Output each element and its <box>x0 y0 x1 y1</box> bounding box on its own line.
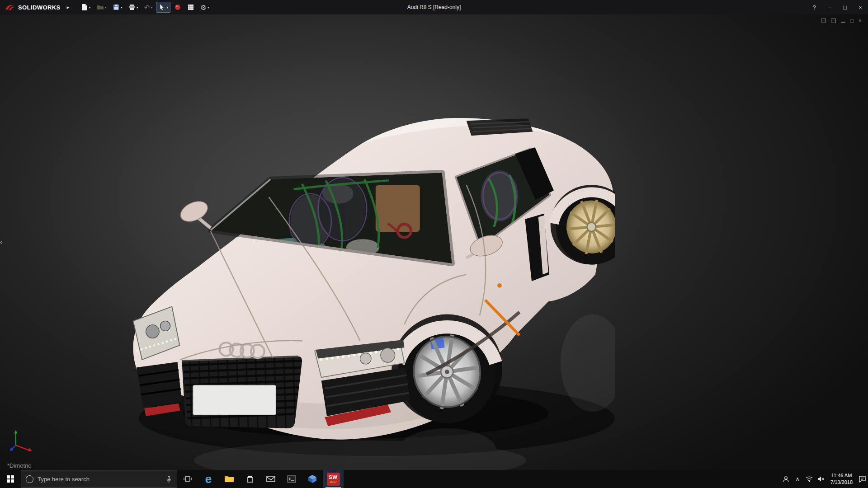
front-grille[interactable] <box>182 357 302 428</box>
dropdown-arrow-icon[interactable]: ▾ <box>208 5 209 9</box>
save-button[interactable]: ▾ <box>110 2 125 13</box>
minimize-button[interactable]: – <box>822 0 837 14</box>
ds-swoosh-icon <box>5 4 16 11</box>
microphone-icon[interactable] <box>165 476 172 483</box>
document-restore-button[interactable]: □ <box>850 18 854 24</box>
dropdown-arrow-icon[interactable]: ▾ <box>137 5 138 9</box>
sheet-grid-icon <box>187 4 194 11</box>
action-center-icon[interactable] <box>856 470 868 488</box>
brand-name: SOLIDWORKS <box>18 4 61 11</box>
tray-chevron-up-icon[interactable]: ∧ <box>792 470 803 488</box>
drawing-sheet-button[interactable] <box>185 2 197 13</box>
volume-muted-icon[interactable] <box>815 470 827 488</box>
close-button[interactable]: × <box>853 0 868 14</box>
feature-panel-collapse-icon[interactable]: ‹ <box>0 239 2 246</box>
document-close-button[interactable]: × <box>859 18 862 24</box>
window-title: Audi R8 S [Read-only] <box>407 4 461 10</box>
undo-button[interactable]: ↶ ▾ <box>142 2 155 13</box>
taskbar-edge-button[interactable]: e <box>198 470 219 488</box>
taskbar-solidworks-2017-button[interactable]: SW 2017 <box>323 470 344 488</box>
menu-expand-arrow[interactable]: ▸ <box>63 4 73 10</box>
dropdown-arrow-icon[interactable]: ▾ <box>166 5 168 9</box>
save-floppy-icon <box>113 4 120 11</box>
cortana-circle-icon <box>26 475 33 483</box>
dark-window-app-icon <box>287 475 296 483</box>
dropdown-arrow-icon[interactable]: ▾ <box>105 5 107 9</box>
left-side-mirror <box>177 197 211 228</box>
taskbar-dark-app-button[interactable] <box>281 470 302 488</box>
select-cursor-icon <box>158 4 165 11</box>
appearance-ball-icon <box>174 4 181 11</box>
clock-time: 11:46 AM <box>830 472 853 479</box>
open-folder-icon <box>97 4 104 11</box>
windows-logo-icon <box>7 475 14 483</box>
dropdown-arrow-icon[interactable]: ▾ <box>89 5 91 9</box>
taskbar-edrawings-button[interactable] <box>302 470 323 488</box>
orientation-triad <box>9 428 34 454</box>
view-orientation-label: *Dimetric <box>7 462 31 469</box>
new-document-button[interactable]: ▾ <box>79 2 93 13</box>
dropdown-arrow-icon[interactable]: ▾ <box>121 5 123 9</box>
document-minimize-button[interactable] <box>841 19 845 23</box>
dropdown-arrow-icon[interactable]: ▾ <box>151 5 152 9</box>
orange-accent-dot <box>497 283 502 288</box>
undo-icon: ↶ <box>144 4 150 11</box>
mail-envelope-icon <box>266 475 275 483</box>
system-tray: ∧ 11:46 AM 7/13/2018 <box>780 470 868 488</box>
clock-date: 7/13/2018 <box>830 479 853 486</box>
select-button[interactable]: ▾ <box>156 2 170 13</box>
taskbar-mail-button[interactable] <box>260 470 281 488</box>
window-controls: ? – □ × <box>807 0 868 14</box>
store-bag-icon <box>246 475 254 483</box>
start-button[interactable] <box>0 470 21 488</box>
solidworks-logo: SOLIDWORKS <box>0 4 63 11</box>
solidworks-2017-icon: SW 2017 <box>327 473 340 486</box>
maximize-button[interactable]: □ <box>837 0 853 14</box>
task-view-icon <box>184 475 192 483</box>
search-input[interactable] <box>38 476 161 483</box>
blue-cube-icon <box>308 474 317 483</box>
new-document-icon <box>81 4 88 11</box>
print-icon <box>128 4 136 11</box>
edge-icon: e <box>205 473 212 485</box>
task-view-button[interactable] <box>177 470 198 488</box>
license-plate <box>193 385 276 415</box>
car-model-audi-r8[interactable] <box>127 113 615 470</box>
edit-appearance-button[interactable] <box>172 2 184 13</box>
graphics-viewport[interactable]: □ × ‹ <box>0 14 868 470</box>
network-wifi-icon[interactable] <box>803 470 815 488</box>
open-button[interactable]: ▾ <box>94 2 109 13</box>
taskbar-file-explorer-button[interactable] <box>219 470 240 488</box>
taskbar-search[interactable] <box>21 470 177 488</box>
gear-icon: ⚙ <box>200 4 206 11</box>
left-bumper-intake <box>137 362 182 407</box>
options-button[interactable]: ⚙ ▾ <box>198 2 211 13</box>
print-button[interactable]: ▾ <box>126 2 141 13</box>
document-window-controls: □ × <box>821 18 862 24</box>
people-icon[interactable] <box>780 470 792 488</box>
tile-window-icon[interactable] <box>831 19 836 23</box>
windows-taskbar: e SW 20 <box>0 470 868 488</box>
app-titlebar: SOLIDWORKS ▸ ▾ ▾ ▾ <box>0 0 868 14</box>
taskbar-clock[interactable]: 11:46 AM 7/13/2018 <box>827 472 856 486</box>
help-button[interactable]: ? <box>807 0 822 14</box>
taskbar-store-button[interactable] <box>240 470 260 488</box>
new-window-icon[interactable] <box>821 19 826 23</box>
quick-access-toolbar: ▾ ▾ ▾ ▾ ↶ ▾ <box>79 2 212 13</box>
file-explorer-icon <box>224 475 234 483</box>
